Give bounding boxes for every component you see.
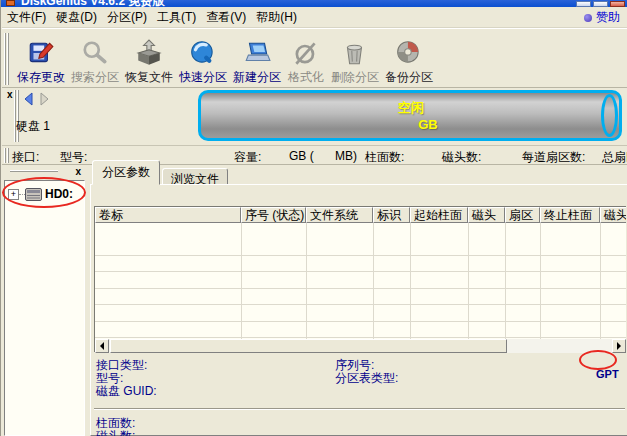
expander-plus-icon[interactable]: + [8,189,19,200]
menu-help[interactable]: 帮助(H) [251,7,302,27]
save-changes-icon [27,39,55,67]
sidebar-header: x [2,165,87,180]
hard-disk-icon [25,188,42,201]
menu-partition[interactable]: 分区(P) [102,7,152,27]
delete-partition-icon [341,39,369,67]
table-gridline [241,223,242,339]
sidebar-grip[interactable] [10,170,58,173]
scrollbar-thumb[interactable] [110,339,507,353]
sponsor-link[interactable]: 赞助 [584,7,620,28]
table-gridline [540,223,541,339]
cylinders-label: 柱面数: [365,149,404,166]
tab-partition-params[interactable]: 分区参数 [92,160,160,185]
section-divider [94,408,625,410]
recover-files-icon [135,39,163,67]
toolbar-button-label: 删除分区 [331,69,379,86]
partition-table-type-label: 分区表类型: [335,370,398,387]
quick-partition-icon [189,39,217,67]
col-end-head[interactable]: 磁头 [600,207,626,223]
col-sector[interactable]: 扇区 [505,207,540,223]
tab-browse-files[interactable]: 浏览文件 [162,168,228,185]
col-end-cylinder[interactable]: 终止柱面 [540,207,600,223]
menu-bar: 文件(F) 硬盘(D) 分区(P) 工具(T) 查看(V) 帮助(H) 赞助 [2,7,627,28]
quick-partition-button[interactable]: 快速分区 [176,32,230,86]
format-icon [292,39,320,67]
disk-space-bar[interactable]: 空闲 GB [198,90,622,141]
delete-partition-button[interactable]: 删除分区 [328,32,382,86]
next-disk-icon[interactable] [39,92,51,106]
scroll-right-icon [617,342,625,350]
partition-table-type-value: GPT [596,368,619,380]
tab-content: 卷标 序号 (状态) 文件系统 标识 起始柱面 磁头 扇区 终止柱面 磁头 [90,184,627,436]
toolbar-button-label: 搜索分区 [71,69,119,86]
tree-item-hd0[interactable]: + HD0: [8,187,73,201]
prev-disk-icon[interactable] [22,92,34,106]
disk-details-section: 接口类型: 序列号: 型号: 分区表类型: GPT 磁盘 GUID: [94,353,626,405]
col-start-cylinder[interactable]: 起始柱面 [410,207,468,223]
col-head[interactable]: 磁头 [468,207,505,223]
scroll-left-button[interactable] [95,339,109,353]
main-area: x + HD0: 分区参数 浏览文件 [1,165,627,436]
capacity-gb-label: GB ( [289,149,314,163]
toolbar-button-label: 备份分区 [385,69,433,86]
toolbar-button-label: 保存更改 [17,69,65,86]
table-gridline [373,223,374,339]
menu-view[interactable]: 查看(V) [201,7,251,27]
disk-tree: + HD0: [4,180,85,436]
hwrow-grip[interactable] [4,148,9,163]
search-partition-button[interactable]: 搜索分区 [68,32,122,86]
save-changes-button[interactable]: 保存更改 [14,32,68,86]
sponsor-dot-icon [584,14,592,22]
recover-files-button[interactable]: 恢复文件 [122,32,176,86]
table-gridline [410,223,411,339]
capacity-mb-label: MB) [335,149,357,163]
menu-file[interactable]: 文件(F) [2,7,51,27]
panel-close-icon[interactable]: x [7,90,13,100]
backup-partition-button[interactable]: 备份分区 [382,32,436,86]
table-body-empty[interactable] [95,223,626,339]
diskgenius-window: { "window": { "title": "DiskGenius V4.6.… [0,0,627,436]
backup-partition-icon [395,39,423,67]
disk-space-text: 空闲 GB [351,99,471,132]
toolbar-button-label: 格式化 [288,69,324,86]
col-flag[interactable]: 标识 [373,207,410,223]
capacity-label: 容量: [234,149,261,166]
free-space-label: 空闲 [351,99,471,117]
menu-tools[interactable]: 工具(T) [152,7,201,27]
tree-item-label: HD0: [45,187,73,201]
sidebar-close-icon[interactable]: x [75,167,81,177]
scroll-left-icon [96,342,104,350]
new-partition-button[interactable]: 新建分区 [230,32,284,86]
new-partition-icon [243,39,271,67]
table-gridline [505,223,506,339]
free-space-size: GB [351,117,471,132]
disk-guid-label: 磁盘 GUID: [96,383,157,400]
table-gridline [468,223,469,339]
app-icon [6,0,15,6]
total-sectors-label: 总扇区数: [602,149,627,166]
col-volume-label[interactable]: 卷标 [95,207,241,223]
geometry-details-section: 柱面数: 磁头数: 每道扇区数: [94,412,626,436]
scroll-right-button[interactable] [612,339,626,353]
col-filesystem[interactable]: 文件系统 [306,207,373,223]
search-partition-icon [81,39,109,67]
title-bar: DiskGenius V4.6.2 免费版 [1,0,627,7]
toolbar: 保存更改 搜索分区 恢复文件 快速分区 [2,28,627,88]
disk-overview-panel: x 硬盘 1 空闲 GB [2,88,627,145]
sponsor-label: 赞助 [596,9,620,26]
window-title: DiskGenius V4.6.2 免费版 [21,0,164,7]
horizontal-scrollbar[interactable] [95,339,626,353]
table-header: 卷标 序号 (状态) 文件系统 标识 起始柱面 磁头 扇区 终止柱面 磁头 [95,207,626,223]
sectors-per-track-label: 每道扇区数: [522,149,585,166]
sidebar: x + HD0: [2,165,87,436]
partition-panel: 分区参数 浏览文件 卷标 序号 (状态) 文件系统 标识 起始柱面 磁头 扇区 … [90,165,627,436]
table-gridline [306,223,307,339]
toolbar-button-label: 恢复文件 [125,69,173,86]
table-gridline [600,223,601,339]
menu-disk[interactable]: 硬盘(D) [51,7,102,27]
toolbar-grip[interactable] [4,33,9,85]
col-seq-status[interactable]: 序号 (状态) [241,207,306,223]
format-button[interactable]: 格式化 [284,32,328,86]
disk-label: 硬盘 1 [16,118,50,135]
partition-table: 卷标 序号 (状态) 文件系统 标识 起始柱面 磁头 扇区 终止柱面 磁头 [94,206,626,352]
